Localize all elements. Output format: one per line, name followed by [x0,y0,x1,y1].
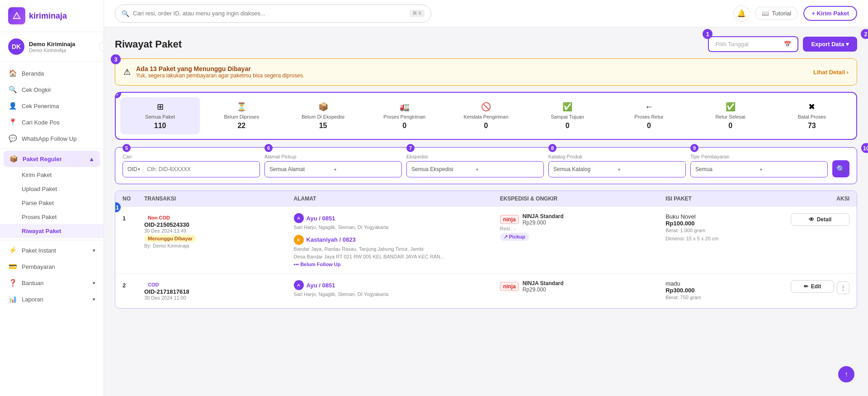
row2-more-button[interactable]: ⋮ [837,281,849,294]
arrow-up-icon: ↑ [844,370,848,378]
tab-sampai-tujuan[interactable]: ✅ Sampai Tujuan 0 [528,97,607,134]
col-header-aksi: AKSI [791,196,849,202]
tab-proses-retur[interactable]: ← Proses Retur 0 [609,97,689,134]
row1-ekspedisi-name: NINJA Standard [523,213,564,219]
step6-label: 6 [264,144,273,152]
search-ongkir-icon: 🔍 [8,86,17,94]
search-input[interactable] [133,10,406,17]
row2-date: 30 Des 2024 11:00 [144,295,290,301]
step4-label: 4 [115,92,121,98]
filter-cari-input[interactable]: OID ▾ [123,161,260,177]
row1-receiver-detail: Desa Bandar Jaya RT 021 RW 005 KEL BANDA… [294,253,496,260]
row1-alamat: A Ayu / 0851 Sari Harjo, Ngaglik, Sleman… [294,213,496,267]
notification-button[interactable]: 🔔 [733,5,750,22]
row2-alamat: A Ayu / 0851 Sari Harjo, Ngaglik, Sleman… [294,280,496,298]
scroll-top-button[interactable]: ↑ [838,366,854,382]
step9-label: 9 [690,144,698,152]
cancel-icon: ✖ [808,102,815,112]
send-package-button[interactable]: + Kirim Paket [803,6,857,21]
row1-isi-price: Rp100.000 [665,220,787,227]
sidebar-item-beranda[interactable]: 🏠 Beranda [0,65,104,81]
tab-retur-selesai-count: 0 [728,122,732,130]
tab-retur-selesai[interactable]: ✅ Retur Selesai 0 [691,97,770,134]
more-icon: ⋮ [840,284,846,291]
filter-katalog-select[interactable]: Semua Katalog ▾ [548,161,686,177]
row1-ekspedisi-price: Rp29.000 [523,219,564,226]
sidebar-item-paket-reguler[interactable]: 📦 Paket Reguler ▲ [4,151,100,167]
sidebar-sub-upload-paket[interactable]: Upload Paket [0,182,104,196]
search-bar[interactable]: 🔍 ⌘ K [115,5,431,23]
export-button[interactable]: Export Data ▾ [803,37,857,52]
truck-icon: 🚛 [400,102,410,112]
sidebar-collapse-button[interactable]: ‹ [99,42,104,52]
paket-reguler-label: Paket Reguler [23,156,62,162]
search-order-input[interactable] [147,166,255,172]
step2-label: 2 [861,29,868,39]
row1-by: By: Demo Kiriminaja [144,243,290,248]
table-row: 2 COD OID-2171817618 30 Des 2024 11:00 A… [115,273,857,308]
sidebar-item-cek-ongkir[interactable]: 🔍 Cek Ongkir [0,81,104,98]
ekspedisi-chevron-icon: ▾ [476,167,539,172]
tab-belum-diproses-count: 22 [237,122,245,130]
tab-belum-diproses[interactable]: ⏳ Belum Diproses 22 [202,97,281,134]
tab-sampai-tujuan-label: Sampai Tujuan [551,114,584,120]
filter-cari-group: 5 Cari OID ▾ [123,154,260,177]
alert-subtitle: Yuk, segera lakukan pembayaran agar pake… [136,72,808,79]
sidebar-sub-riwayat-paket[interactable]: Riwayat Paket [0,224,104,238]
tab-kendala[interactable]: 🚫 Kendala Pengiriman 0 [446,97,526,134]
main-content: 🔍 ⌘ K 🔔 📖 Tutorial + Kirim Paket Riwayat… [104,0,868,396]
row1-detail-button[interactable]: 👁 Detail [791,213,849,226]
date-picker-button[interactable]: Pilih Tanggal 📅 [708,36,798,52]
laporan-label: Laporan [22,296,43,303]
sidebar-sub-parse-paket[interactable]: Parse Paket [0,196,104,210]
sidebar-sub-proses-paket[interactable]: Proses Paket [0,210,104,224]
sidebar-item-whatsapp-follow-up[interactable]: 💬 WhatsApp Follow Up [0,130,104,147]
sidebar-item-cari-kode-pos[interactable]: 📍 Cari Kode Pos [0,114,104,130]
filter-search-button[interactable]: 🔍 [832,160,849,177]
sidebar: kiriminaja DK Demo Kiriminaja Demo Kirim… [0,0,104,396]
tab-retur-selesai-label: Retur Selesai [716,114,745,120]
tab-belum-ekspedisi[interactable]: 📦 Belum Di Ekspedisi 15 [283,97,363,134]
sidebar-item-beranda-label: Beranda [22,70,44,77]
sidebar-item-laporan[interactable]: 📊 Laporan ▾ [0,291,104,307]
tab-batal-proses-count: 73 [808,122,816,130]
sidebar-item-paket-instant[interactable]: ⚡ Paket Instant ▾ [0,242,104,258]
row1-follow-up[interactable]: ••• Belum Follow Up [294,262,496,267]
nav-divider-2 [0,240,104,240]
tab-semua-paket[interactable]: ⊞ Semua Paket 110 [120,97,200,134]
warning-icon: ⚠ [123,67,131,77]
filter-ekspedisi-select[interactable]: Semua Ekspedisi ▾ [406,161,544,177]
row2-ekspedisi: ninja NINJA Standard Rp29.000 [500,280,662,293]
row2-edit-button[interactable]: ✏ Edit [791,280,834,293]
hourglass-icon: ⏳ [236,102,246,112]
alert-detail-link[interactable]: Lihat Detail › [813,69,849,76]
sidebar-item-bantuan[interactable]: ❓ Bantuan ▾ [0,275,104,291]
sidebar-sub-kirim-paket[interactable]: Kirim Paket [0,168,104,182]
pembayaran-label: Pembayaran [22,263,55,270]
row1-receiver-name: Kastaniyah / 0823 [307,236,356,243]
tab-proses-pengiriman[interactable]: 🚛 Proses Pengiriman 0 [365,97,444,134]
page-title: Riwayat Paket [115,38,182,50]
sidebar-item-cek-penerima[interactable]: 👤 Cek Penerima [0,98,104,114]
tab-semua-label: Semua Paket [145,114,175,120]
tab-batal-proses[interactable]: ✖ Batal Proses 73 [772,97,852,134]
oid-select[interactable]: OID ▾ [127,166,143,172]
col-header-ekspedisi: EKSPEDISI & ONGKIR [500,196,662,202]
row1-order-id: OID-2150524330 [144,221,290,228]
sidebar-user: DK Demo Kiriminaja Demo KiriminAja ‹ [0,32,104,62]
sidebar-item-pembayaran[interactable]: 💳 Pembayaran [0,258,104,275]
filter-ekspedisi-label: Ekspedisi [406,154,544,159]
filter-cari-label: Cari [123,154,260,159]
katalog-chevron-icon: ▾ [618,167,681,172]
filter-tipe-select[interactable]: Semua ▾ [690,161,828,177]
chevron-down-icon-laporan: ▾ [93,296,95,302]
row2-sender-name: Ayu / 0851 [307,282,335,289]
nav-divider-1 [0,148,104,149]
row1-sender-addr: Sari Harjo, Ngaglik, Sleman, DI Yogyakar… [294,224,496,231]
edit-icon: ✏ [804,283,808,290]
filter-alamat-select[interactable]: Semua Alamat ▾ [264,161,402,177]
filter-tipe-group: 9 Tipe Pembayaran Semua ▾ [690,154,828,177]
step3-label: 3 [111,54,121,64]
row2-order-id: OID-2171817618 [144,288,290,295]
tutorial-button[interactable]: 📖 Tutorial [755,7,798,20]
